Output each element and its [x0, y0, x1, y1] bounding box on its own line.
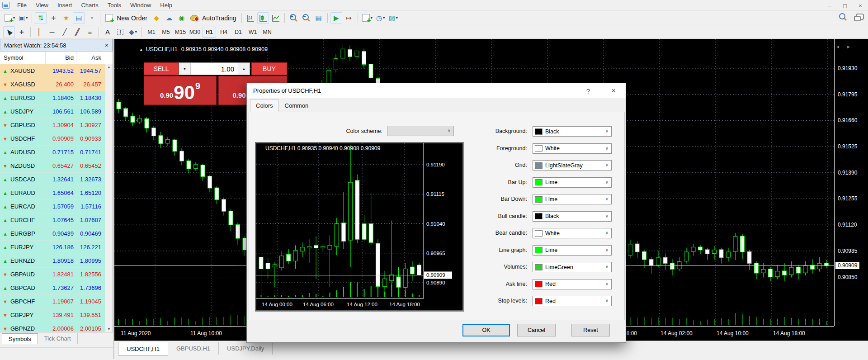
timeframe-d1-button[interactable]: D1 [231, 27, 245, 38]
property-select-background[interactable]: Black∨ [533, 126, 612, 137]
volume-value[interactable]: 1.00 [191, 63, 238, 75]
timeframe-m1-button[interactable]: M1 [145, 27, 158, 38]
fibonacci-button[interactable]: ≡ [84, 26, 96, 38]
cursor-button[interactable] [3, 26, 15, 38]
line-chart-button[interactable] [270, 12, 282, 24]
autotrading-button[interactable] [189, 12, 200, 24]
property-select-barup[interactable]: Lime∨ [533, 177, 612, 188]
text-label-button[interactable]: T [114, 26, 126, 38]
metaquotes-cloud-button[interactable]: ☁ [163, 12, 175, 24]
scroll-down-icon[interactable]: ▼ [107, 327, 111, 331]
bar-chart-button[interactable] [245, 12, 256, 24]
sell-price-panel[interactable]: 0.90 90 9 [144, 76, 217, 105]
candlestick-chart-button[interactable] [257, 12, 269, 24]
market-watch-row[interactable]: ▼NZDUSD0.654270.65452 [0, 159, 105, 173]
equidistant-channel-button[interactable]: ╱╱ [71, 26, 83, 38]
market-watch-row[interactable]: ▲EURNZD1.809181.80995 [0, 254, 105, 268]
menu-item-help[interactable]: Help [156, 0, 177, 10]
dialog-close-icon[interactable]: × [608, 86, 619, 96]
color-scheme-select[interactable]: ∨ [387, 126, 454, 136]
restore-button[interactable]: ◻ [837, 0, 853, 11]
ok-button[interactable]: OK [462, 324, 510, 336]
search-icon[interactable] [838, 13, 847, 22]
profiles-button[interactable]: ▣▾ [17, 12, 29, 24]
periods-button[interactable]: ◷▾ [375, 12, 387, 24]
property-select-bearcandle[interactable]: White∨ [533, 228, 612, 238]
dialog-tab-colors[interactable]: Colors [250, 99, 279, 112]
market-watch-row[interactable]: ▲EURCHF1.076451.07687 [0, 213, 105, 227]
sell-button[interactable]: SELL [144, 62, 179, 75]
templates-button[interactable]: ▨▾ [387, 12, 399, 24]
market-watch-row[interactable]: ▼GBPJPY139.491139.551 [0, 308, 105, 322]
market-watch-row[interactable]: ▼GBPUSD1.309041.30927 [0, 118, 105, 132]
timeframe-m30-button[interactable]: M30 [188, 27, 202, 38]
property-select-foreground[interactable]: White∨ [533, 143, 612, 154]
market-watch-row[interactable]: ▼GBPAUD1.824811.82556 [0, 268, 105, 281]
market-watch-scrollbar[interactable]: ▲ ▼ [105, 64, 113, 332]
market-watch-row[interactable]: ▲EURGBP0.904390.90469 [0, 227, 105, 241]
menu-item-window[interactable]: Window [126, 0, 156, 10]
market-watch-row[interactable]: ▼GBPNZD2.000062.00105 [0, 322, 105, 332]
tab-scroll-right-icon[interactable]: ▸ [847, 43, 858, 50]
trendline-button[interactable]: ╱ [59, 26, 71, 38]
property-select-bullcandle[interactable]: Black∨ [533, 211, 612, 222]
zoom-out-button[interactable]: − [300, 12, 312, 24]
horizontal-line-button[interactable]: ─ [46, 26, 58, 38]
vertical-line-button[interactable]: │ [33, 26, 45, 38]
chart-tab-usdjpy-daily[interactable]: USDJPY,Daily [219, 342, 273, 355]
timeframe-h4-button[interactable]: H4 [217, 27, 231, 38]
dialog-title-bar[interactable]: Properties of USDCHF,H1 [247, 83, 626, 98]
property-select-askline[interactable]: Red∨ [533, 279, 612, 289]
market-watch-row[interactable]: ▼USDCHF0.909090.90933 [0, 132, 105, 146]
property-select-bardown[interactable]: Lime∨ [533, 194, 612, 204]
property-select-stoplevels[interactable]: Red∨ [533, 296, 612, 306]
menu-item-tools[interactable]: Tools [103, 0, 126, 10]
market-watch-row[interactable]: ▼GBPCHF1.190071.19045 [0, 295, 105, 308]
column-symbol[interactable]: Symbol [0, 54, 45, 61]
market-watch-row[interactable]: ▲GBPCAD1.736271.73696 [0, 281, 105, 295]
timeframe-m5-button[interactable]: M5 [159, 27, 173, 38]
volume-decrease-icon[interactable]: ▼ [179, 63, 191, 75]
market-watch-row[interactable]: ▲EURJPY126.186126.221 [0, 241, 105, 254]
market-watch-row[interactable]: ▲EURUSD1.184051.18430 [0, 91, 105, 105]
arrows-button[interactable]: ◆▾ [127, 26, 139, 38]
market-watch-row[interactable]: ▲XAUUSD1943.521944.57 [0, 64, 105, 78]
timeframe-w1-button[interactable]: W1 [246, 27, 259, 38]
crosshair-button[interactable]: + [16, 26, 28, 38]
property-select-volumes[interactable]: LimeGreen∨ [533, 262, 612, 272]
property-select-linegraph[interactable]: Lime∨ [533, 245, 612, 256]
market-watch-row[interactable]: ▲EURAUD1.650641.65120 [0, 186, 105, 200]
price-axis[interactable]: 0.919300.917950.916600.915250.913900.912… [834, 39, 868, 326]
chart-shift-button[interactable]: ↦ [343, 12, 355, 24]
dialog-tab-common[interactable]: Common [279, 99, 315, 112]
market-watch-tab-tick-chart[interactable]: Tick Chart [38, 333, 78, 344]
indicators-button[interactable]: ▾ [361, 12, 374, 24]
market-watch-close-icon[interactable]: × [105, 42, 108, 49]
metaeditor-button[interactable]: ◆ [151, 12, 162, 24]
menu-item-file[interactable]: File [13, 0, 31, 10]
chart-tab-usdchf-h1[interactable]: USDCHF,H1 [118, 342, 168, 355]
new-chart-button[interactable]: ▾ [3, 12, 16, 24]
auto-scroll-button[interactable]: ▶ [330, 12, 342, 24]
tab-scroll-left-icon[interactable]: ◂ [836, 43, 847, 50]
new-order-button[interactable] [103, 12, 115, 24]
timeframe-mn-button[interactable]: MN [260, 27, 274, 38]
dialog-help-icon[interactable]: ? [582, 86, 594, 96]
timeframe-m15-button[interactable]: M15 [174, 27, 187, 38]
volume-increase-icon[interactable]: ▲ [238, 63, 250, 75]
zoom-in-button[interactable]: + [288, 12, 299, 24]
tile-windows-button[interactable]: ▦ [313, 12, 325, 24]
tab-scroll-arrows[interactable]: ◂▸ [836, 43, 858, 50]
market-watch-button[interactable]: ⇅ [35, 12, 47, 24]
market-watch-row[interactable]: ▲USDJPY106.561106.589 [0, 105, 105, 118]
signals-button[interactable]: ◉ [176, 12, 188, 24]
buy-button[interactable]: BUY [251, 62, 287, 75]
cancel-button[interactable]: Cancel [517, 324, 556, 336]
collapse-panel-icon[interactable]: ▴ [140, 47, 142, 52]
chat-icon[interactable] [854, 13, 864, 22]
close-button[interactable]: × [853, 0, 868, 11]
market-watch-row[interactable]: ▼XAGUSD26.40026.457 [0, 78, 105, 91]
chart-tab-gbpusd-h1[interactable]: GBPUSD,H1 [168, 342, 219, 355]
text-button[interactable]: A [102, 26, 113, 38]
menu-item-insert[interactable]: Insert [53, 0, 77, 10]
